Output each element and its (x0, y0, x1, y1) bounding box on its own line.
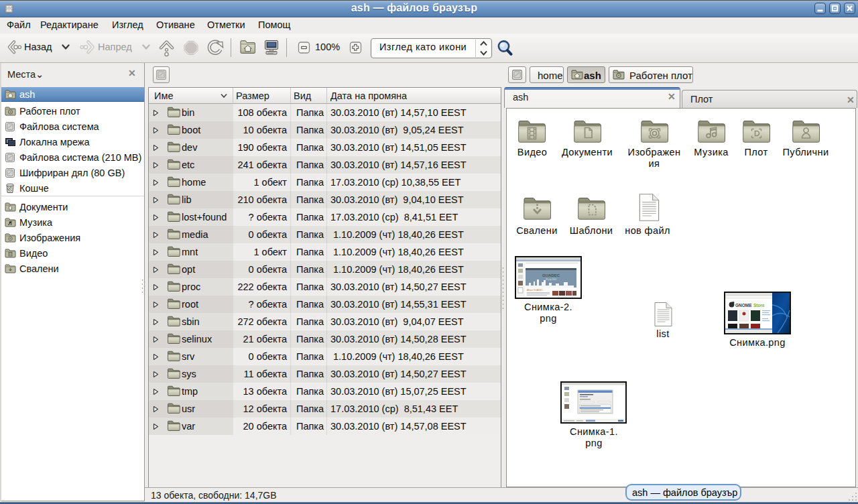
svg-text:GNOME: GNOME (735, 303, 752, 308)
svg-text:28 july 2010: 28 july 2010 (546, 278, 557, 281)
svg-text:Store: Store (753, 303, 765, 308)
svg-text:GUADEC: GUADEC (542, 273, 560, 277)
svg-text:About GUADEC: About GUADEC (527, 289, 544, 292)
